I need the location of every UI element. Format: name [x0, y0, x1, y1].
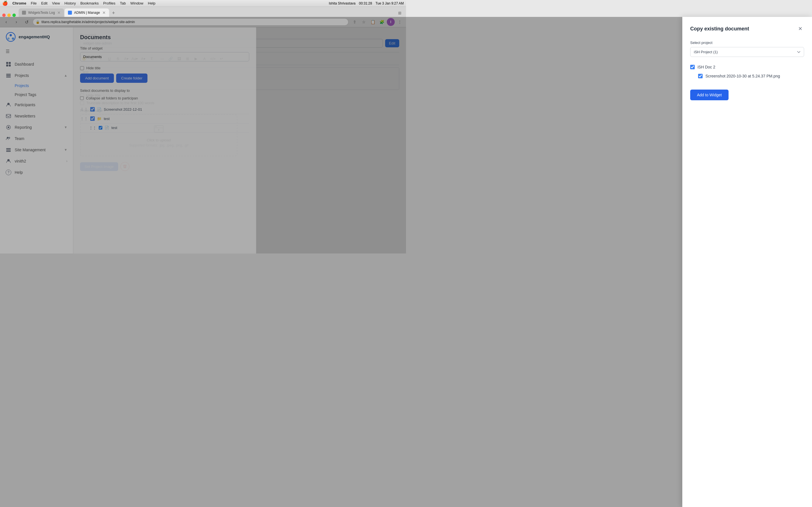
tab-bar: WidgetsTests Log ✕ ADMIN | Manage ✕ + ⊞: [0, 7, 406, 17]
menubar-date: Tue 3 Jan 9:27 AM: [375, 1, 404, 5]
menu-bookmarks[interactable]: Bookmarks: [80, 1, 99, 5]
mac-menubar: 🍎 Chrome File Edit View History Bookmark…: [0, 0, 406, 7]
tab-icon-1: [22, 11, 26, 15]
menu-help[interactable]: Help: [148, 1, 156, 5]
menu-file[interactable]: File: [31, 1, 37, 5]
tab-close-1[interactable]: ✕: [57, 10, 61, 15]
menu-tab[interactable]: Tab: [120, 1, 126, 5]
window-minimize-btn[interactable]: [7, 13, 11, 17]
tab-close-2[interactable]: ✕: [102, 10, 106, 15]
tab-label-1: WidgetsTests Log: [28, 11, 55, 15]
modal-overlay: Copy existing document ✕ Select project …: [73, 27, 406, 253]
menubar-time: 00:31:28: [359, 1, 372, 5]
main-content-area: Permalink Edit 🙂 B I U S A▾ Aa▾ A▾ T — 🔗: [73, 27, 406, 253]
tab-icon-2: [68, 11, 72, 15]
tab-admin[interactable]: ADMIN | Manage ✕: [64, 8, 109, 17]
tab-widgetstests[interactable]: WidgetsTests Log ✕: [18, 8, 64, 17]
menu-profiles[interactable]: Profiles: [103, 1, 115, 5]
window-maximize-btn[interactable]: [12, 13, 16, 17]
window-close-btn[interactable]: [2, 13, 6, 17]
menu-chrome[interactable]: Chrome: [12, 1, 26, 5]
menu-view[interactable]: View: [52, 1, 60, 5]
extensions-btn[interactable]: ⊞: [396, 9, 404, 17]
menubar-user: Ishita Shrivastava: [329, 1, 356, 5]
tab-label-2: ADMIN | Manage: [74, 11, 100, 15]
menu-window[interactable]: Window: [130, 1, 143, 5]
menu-edit[interactable]: Edit: [41, 1, 47, 5]
menubar-right: Ishita Shrivastava 00:31:28 Tue 3 Jan 9:…: [329, 1, 404, 5]
app-layout: engagementHQ ☰ Dashboard Projects ▲ Proj…: [0, 27, 406, 253]
new-tab-button[interactable]: +: [110, 9, 117, 17]
menu-history[interactable]: History: [64, 1, 75, 5]
apple-logo[interactable]: 🍎: [2, 1, 8, 6]
